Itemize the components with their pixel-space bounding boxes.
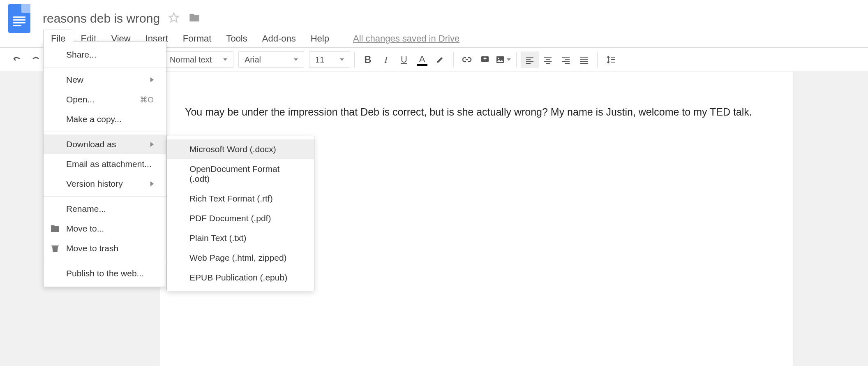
file-menu-move-to-trash[interactable]: Move to trash bbox=[44, 239, 166, 258]
folder-icon bbox=[50, 224, 60, 234]
folder-icon[interactable] bbox=[188, 12, 201, 25]
file-menu-publish-web[interactable]: Publish to the web... bbox=[44, 264, 166, 283]
menu-format[interactable]: Format bbox=[175, 30, 219, 47]
insert-image-button[interactable] bbox=[494, 51, 512, 68]
file-menu-email-attachment[interactable]: Email as attachment... bbox=[44, 154, 166, 174]
chevron-down-icon bbox=[340, 58, 344, 61]
align-justify-button[interactable] bbox=[575, 51, 593, 68]
save-status[interactable]: All changes saved in Drive bbox=[353, 33, 459, 44]
file-menu-move-to[interactable]: Move to... bbox=[44, 219, 166, 239]
download-rtf[interactable]: Rich Text Format (.rtf) bbox=[167, 189, 314, 208]
underline-button[interactable]: U bbox=[395, 51, 413, 68]
font-size-label: 11 bbox=[315, 55, 324, 65]
line-spacing-button[interactable] bbox=[602, 51, 620, 68]
docs-logo-icon[interactable] bbox=[8, 4, 30, 33]
insert-comment-button[interactable]: + bbox=[476, 51, 494, 68]
undo-button[interactable] bbox=[8, 51, 26, 68]
chevron-down-icon bbox=[507, 58, 511, 61]
svg-marker-0 bbox=[169, 13, 179, 22]
file-menu-make-a-copy[interactable]: Make a copy... bbox=[44, 109, 166, 129]
redo-button[interactable] bbox=[26, 51, 44, 68]
file-menu-new[interactable]: New bbox=[44, 70, 166, 90]
chevron-right-icon bbox=[150, 181, 154, 186]
file-menu-download-as[interactable]: Download as bbox=[44, 134, 166, 154]
font-size-dropdown[interactable]: 11 bbox=[309, 51, 350, 68]
download-as-submenu: Microsoft Word (.docx) OpenDocument Form… bbox=[166, 136, 314, 291]
svg-point-4 bbox=[498, 58, 499, 59]
menu-help[interactable]: Help bbox=[303, 30, 337, 47]
download-pdf[interactable]: PDF Document (.pdf) bbox=[167, 208, 314, 228]
text-color-button[interactable]: A bbox=[413, 51, 431, 68]
italic-button[interactable]: I bbox=[377, 51, 395, 68]
chevron-down-icon bbox=[223, 58, 227, 61]
font-family-label: Arial bbox=[245, 55, 261, 65]
insert-link-button[interactable] bbox=[458, 51, 476, 68]
shortcut-label: ⌘O bbox=[140, 95, 154, 104]
font-family-dropdown[interactable]: Arial bbox=[238, 51, 304, 68]
menu-addons[interactable]: Add-ons bbox=[255, 30, 303, 47]
paragraph-style-label: Normal text bbox=[170, 55, 212, 65]
file-menu-share[interactable]: Share... bbox=[44, 45, 166, 65]
bold-button[interactable]: B bbox=[359, 51, 377, 68]
file-menu-dropdown: Share... New Open...⌘O Make a copy... Do… bbox=[43, 41, 166, 287]
align-right-button[interactable] bbox=[557, 51, 575, 68]
download-docx[interactable]: Microsoft Word (.docx) bbox=[167, 139, 314, 159]
header: reasons deb is wrong bbox=[0, 0, 868, 33]
chevron-right-icon bbox=[150, 77, 154, 82]
document-title[interactable]: reasons deb is wrong bbox=[43, 12, 160, 25]
chevron-down-icon bbox=[294, 58, 298, 61]
file-menu-rename[interactable]: Rename... bbox=[44, 199, 166, 219]
svg-text:+: + bbox=[483, 55, 487, 62]
download-odt[interactable]: OpenDocument Format (.odt) bbox=[167, 159, 314, 189]
file-menu-version-history[interactable]: Version history bbox=[44, 174, 166, 194]
download-html[interactable]: Web Page (.html, zipped) bbox=[167, 248, 314, 268]
document-body-text[interactable]: You may be under the impression that Deb… bbox=[185, 105, 769, 119]
align-left-button[interactable] bbox=[521, 51, 539, 68]
paragraph-style-dropdown[interactable]: Normal text bbox=[164, 51, 233, 68]
menu-file[interactable]: File bbox=[43, 30, 73, 47]
chevron-right-icon bbox=[150, 142, 154, 147]
file-menu-open[interactable]: Open...⌘O bbox=[44, 90, 166, 109]
trash-icon bbox=[50, 243, 60, 253]
menu-tools[interactable]: Tools bbox=[219, 30, 254, 47]
download-epub[interactable]: EPUB Publication (.epub) bbox=[167, 268, 314, 287]
highlight-color-button[interactable] bbox=[431, 51, 449, 68]
star-icon[interactable] bbox=[168, 12, 180, 25]
align-center-button[interactable] bbox=[539, 51, 557, 68]
download-txt[interactable]: Plain Text (.txt) bbox=[167, 228, 314, 248]
